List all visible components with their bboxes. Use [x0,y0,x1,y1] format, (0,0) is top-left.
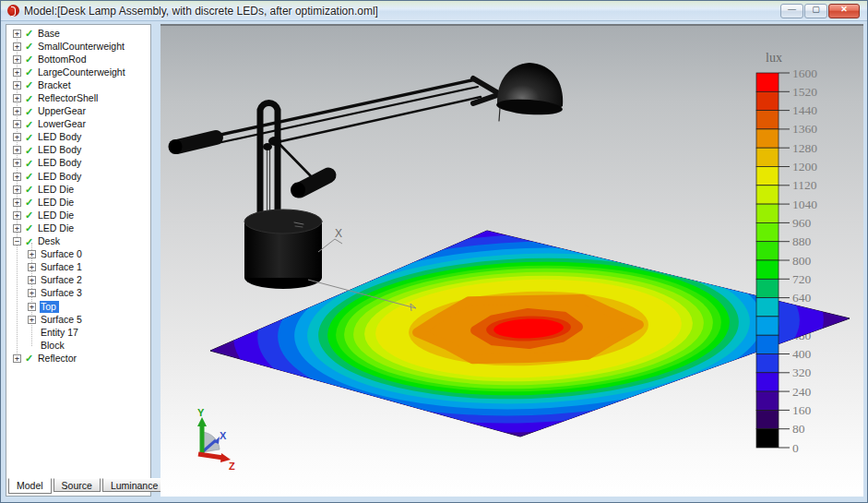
tree-item-surface-2[interactable]: +Surface 2 [6,274,150,287]
legend-tick-label: 0 [792,441,799,455]
tree-item-led-body[interactable]: +✓LED Body [6,131,150,144]
tree-item-bracket[interactable]: +✓Bracket [6,78,150,91]
tree-item-surface-0[interactable]: +Surface 0 [6,248,150,261]
visible-checkmark-icon[interactable]: ✓ [25,42,37,51]
tree-expander-icon[interactable]: + [13,94,21,102]
legend-tick-label: 1600 [792,66,817,80]
tree-expander-icon[interactable]: + [13,68,21,77]
lamp-counterweight-link [276,140,314,179]
lamp-counterweight-cap [169,139,183,154]
visible-checkmark-icon[interactable]: ✓ [25,133,37,142]
tree-item-label: Surface 3 [40,287,85,299]
tree-item-led-body[interactable]: +✓LED Body [6,170,150,183]
tree-item-label: SmallCounterweight [37,41,127,53]
tree-expander-icon[interactable]: + [13,198,21,207]
visible-checkmark-icon[interactable]: ✓ [25,237,37,246]
tree-item-surface-1[interactable]: +Surface 1 [6,261,150,274]
visible-checkmark-icon[interactable]: ✓ [25,223,37,233]
lamp-gear-hub [263,143,272,150]
tree-expander-icon[interactable]: + [28,289,36,297]
visible-checkmark-icon[interactable]: ✓ [25,29,37,38]
model-3d-viewport[interactable]: 1600152014401360128012001120104096088080… [161,24,863,497]
tree-item-led-die[interactable]: +✓LED Die [6,196,150,209]
model-tree[interactable]: +✓Base+✓SmallCounterweight+✓BottomRod+✓L… [6,25,150,478]
tree-item-label: UpperGear [37,105,89,117]
tree-expander-icon[interactable]: + [13,107,21,115]
tree-expander-icon[interactable]: + [13,120,21,128]
tree-expander-icon[interactable]: + [13,211,21,220]
tree-item-label: Top [40,301,59,313]
tree-expander-icon[interactable]: + [13,30,21,38]
legend-color-band [756,129,779,148]
application-window: Model:[Desk Lamp Assembly, with discrete… [0,0,868,503]
legend-color-band [756,148,779,166]
lamp-loop-upright [260,102,278,217]
visible-checkmark-icon[interactable]: ✓ [25,146,37,155]
tree-expander-icon[interactable]: + [13,133,21,141]
tree-expander-icon[interactable]: + [28,263,36,271]
tree-item-uppergear[interactable]: +✓UpperGear [6,105,150,118]
tree-expander-icon[interactable]: + [13,146,21,154]
legend-color-band [756,373,779,391]
tree-expander-icon[interactable]: + [13,42,21,51]
maximize-button[interactable]: ▢ [804,4,827,18]
visible-checkmark-icon[interactable]: ✓ [25,353,37,363]
legend-color-band [756,279,779,297]
tree-item-led-body[interactable]: +✓LED Body [6,144,150,157]
tree-expander-icon[interactable]: + [28,316,36,324]
tree-item-reflectorshell[interactable]: +✓ReflectorShell [6,91,150,104]
tree-expander-icon[interactable]: + [13,81,21,90]
visible-checkmark-icon[interactable]: ✓ [25,198,37,207]
tree-item-entity-17[interactable]: Entity 17 [6,326,150,339]
visible-checkmark-icon[interactable]: ✓ [25,80,37,90]
visible-checkmark-icon[interactable]: ✓ [25,185,37,194]
visible-checkmark-icon[interactable]: ✓ [25,107,37,116]
triad-y-arrowhead [197,417,207,426]
tree-expander-icon[interactable]: + [13,354,21,363]
tree-expander-icon[interactable]: + [13,159,21,167]
tree-item-surface-5[interactable]: +Surface 5 [6,313,150,326]
visible-checkmark-icon[interactable]: ✓ [25,210,37,220]
tree-item-led-body[interactable]: +✓LED Body [6,157,150,170]
tree-item-block[interactable]: Block [6,339,150,352]
visible-checkmark-icon[interactable]: ✓ [25,94,37,103]
tree-item-led-die[interactable]: +✓LED Die [6,222,150,234]
tree-expander-icon[interactable]: + [28,276,36,284]
tree-item-bottomrod[interactable]: +✓BottomRod [6,53,150,66]
titlebar[interactable]: Model:[Desk Lamp Assembly, with discrete… [1,1,867,21]
tree-item-reflector[interactable]: +✓Reflector [6,352,150,365]
tree-item-base[interactable]: +✓Base [6,27,150,40]
tree-item-surface-3[interactable]: +Surface 3 [6,287,150,300]
visible-checkmark-icon[interactable]: ✓ [25,67,37,77]
visible-checkmark-icon[interactable]: ✓ [25,172,37,181]
tree-expander-icon[interactable]: + [13,173,21,181]
visible-checkmark-icon[interactable]: ✓ [25,120,37,129]
tree-expander-icon[interactable]: + [13,55,21,64]
visible-checkmark-icon[interactable]: ✓ [25,159,37,168]
tree-expander-icon[interactable]: + [28,303,36,311]
tree-item-smallcounterweight[interactable]: +✓SmallCounterweight [6,40,150,53]
tree-expander-icon[interactable]: + [28,250,36,258]
minimize-button[interactable]: — [780,4,803,18]
tree-item-label: LED Body [37,131,84,143]
legend-color-band [756,73,779,91]
tree-expander-icon[interactable]: − [13,237,21,246]
tree-item-led-die[interactable]: +✓LED Die [6,209,150,222]
tree-item-top[interactable]: +Top [6,300,150,313]
tree-expander-icon[interactable]: + [13,224,21,233]
tab-model[interactable]: Model [8,478,52,494]
legend-tick-label: 1520 [792,85,817,99]
tree-item-label: LED Die [37,197,77,209]
tree-expander-icon[interactable]: + [13,186,21,194]
tree-item-led-die[interactable]: +✓LED Die [6,183,150,196]
visible-checkmark-icon[interactable]: ✓ [25,54,37,64]
close-button[interactable]: ✕ [828,4,860,18]
legend-color-band [756,186,779,204]
tree-item-lowergear[interactable]: +✓LowerGear [6,118,150,131]
tab-source[interactable]: Source [54,478,101,492]
tree-item-desk[interactable]: −✓Desk [6,235,150,248]
tab-luminance[interactable]: Luminance [102,478,166,492]
tree-item-label: ReflectorShell [37,92,101,104]
tree-item-largecounterweight[interactable]: +✓LargeCounterweight [6,66,150,78]
color-scale-ticks: 1600152014401360128012001120104096088080… [779,66,817,455]
